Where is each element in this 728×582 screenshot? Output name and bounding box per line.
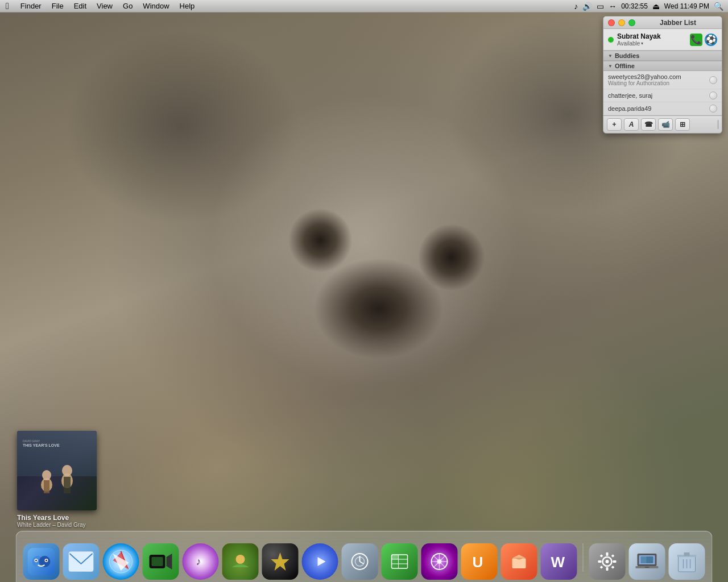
svg-marker-25 [167,554,172,569]
svg-marker-31 [318,557,326,566]
svg-text:W: W [551,554,565,571]
apple-menu[interactable]:  [0,0,15,13]
laptop-icon [635,550,659,573]
edit-menu[interactable]: Edit [69,0,91,13]
itunes-widget[interactable]: DAVID GRAY THIS YEAR'S LOVE This Years L… [17,431,97,528]
dock-item-iphoto[interactable] [222,543,259,580]
dock-item-quicktime[interactable] [302,543,338,580]
window-menu[interactable]: Window [138,0,173,13]
svg-rect-54 [606,567,609,571]
buddy-light-sweetyces [709,76,717,84]
finder-menu[interactable]: Finder [16,0,46,13]
status-dropdown-arrow: ▾ [641,41,643,46]
user-status-indicator [608,37,614,43]
trash-icon [676,549,698,574]
svg-text:U: U [473,554,483,571]
jabber-user-row: Subrat Nayak Available ▾ 📞 ⚽ [603,29,722,51]
dock-item-sysprefs[interactable] [589,543,626,580]
svg-point-8 [62,465,72,476]
aperture-icon [428,550,451,573]
unison-icon: U [468,550,491,573]
add-buddy-button[interactable]: + [607,118,622,131]
music-note-icon: ♪ [574,2,578,11]
facetime-icon [148,551,173,572]
zoom-button[interactable] [628,19,635,26]
song-title: This Years Love [17,514,97,522]
menubar:  Finder File Edit View Go Window Help ♪… [0,0,728,13]
svg-rect-58 [611,566,615,569]
soccer-app-icon[interactable]: ⚽ [705,34,717,46]
timer-display: 00:32:55 [621,2,648,10]
phone-app-icon[interactable]: 📞 [690,34,702,46]
eject-icon[interactable]: ⏏ [652,2,660,11]
album-art-svg: DAVID GRAY THIS YEAR'S LOVE [17,431,97,510]
itunes-icon: ♪ [191,551,211,572]
buddy-item-deepa[interactable]: deepa.parida49 [603,102,722,115]
buddy-name-deepa: deepa.parida49 [608,105,706,112]
dock-item-trash[interactable] [669,543,705,580]
dock-item-wishlist[interactable]: W [541,543,577,580]
panel-resize-handle[interactable] [714,120,718,129]
svg-point-5 [42,470,51,480]
buddy-status-sweetyces: Waiting for Authorization [608,80,706,86]
text-chat-button[interactable]: A [624,118,639,131]
jabber-panel: Jabber List Subrat Nayak Available ▾ 📞 ⚽… [603,16,722,134]
svg-point-52 [606,560,609,563]
offline-label: Offline [615,63,635,69]
menubar-right: ♪ 🔊 ▭ ↔ 00:32:55 ⏏ Wed 11:49 PM 🔍 [574,2,728,11]
buddy-light-deepa [709,105,717,113]
dock-item-facetime[interactable] [143,543,179,580]
dock-item-dashboard[interactable] [262,543,299,580]
buddy-item-chatterjee[interactable]: chatterjee, suraj [603,89,722,102]
svg-point-16 [46,560,47,562]
offline-section-header[interactable]: ▼ Offline [603,61,722,71]
safari-icon [109,549,134,574]
timemachine-icon [349,550,371,573]
svg-rect-56 [613,560,617,563]
spotlight-icon[interactable]: 🔍 [714,2,723,11]
dock-item-aperture[interactable] [421,543,458,580]
dock-item-timemachine[interactable] [342,543,378,580]
close-button[interactable] [608,19,615,26]
dashboard-icon [269,550,292,573]
quicktime-icon [310,551,330,572]
help-menu[interactable]: Help [175,0,200,13]
go-menu[interactable]: Go [118,0,137,13]
finder-icon [28,548,55,575]
date-time-display: Wed 11:49 PM [664,2,709,10]
svg-text:♪: ♪ [196,556,201,567]
buddies-section-header[interactable]: ▼ Buddies [603,51,722,61]
user-status-text[interactable]: Available ▾ [617,40,686,47]
dock-item-couverture[interactable] [501,543,537,580]
volume-icon[interactable]: 🔊 [582,2,592,11]
dock-item-unison[interactable]: U [461,543,498,580]
dock-item-laptop[interactable] [629,543,665,580]
svg-rect-1 [17,431,97,476]
svg-rect-60 [600,566,603,569]
sysprefs-icon [596,550,619,573]
dock-separator [583,543,584,572]
iphoto-icon [229,550,252,573]
jabber-toolbar: + A ☎ 📹 ⊞ [603,115,722,133]
menubar-left:  Finder File Edit View Go Window Help [0,0,199,13]
album-art: DAVID GRAY THIS YEAR'S LOVE [17,431,97,510]
svg-rect-69 [684,552,690,556]
screen-share-button[interactable]: ⊞ [675,118,690,131]
dock-item-mail[interactable] [63,543,100,580]
svg-marker-30 [271,552,289,571]
audio-chat-button[interactable]: ☎ [641,118,656,131]
view-menu[interactable]: View [92,0,117,13]
video-chat-button[interactable]: 📹 [658,118,673,131]
file-menu[interactable]: File [47,0,68,13]
buddy-item-sweetyces[interactable]: sweetyces28@yahoo.com Waiting for Author… [603,71,722,89]
dock-item-numbers[interactable] [382,543,418,580]
svg-line-35 [360,562,364,564]
buddy-name-chatterjee: chatterjee, suraj [608,92,706,99]
dock-item-finder[interactable] [23,543,60,580]
minimize-button[interactable] [618,19,625,26]
dock-item-safari[interactable] [103,543,139,580]
svg-rect-26 [152,557,163,566]
svg-text:DAVID GRAY: DAVID GRAY [23,439,40,443]
dock-item-itunes[interactable]: ♪ [183,543,219,580]
svg-text:THIS YEAR'S LOVE: THIS YEAR'S LOVE [23,443,60,447]
